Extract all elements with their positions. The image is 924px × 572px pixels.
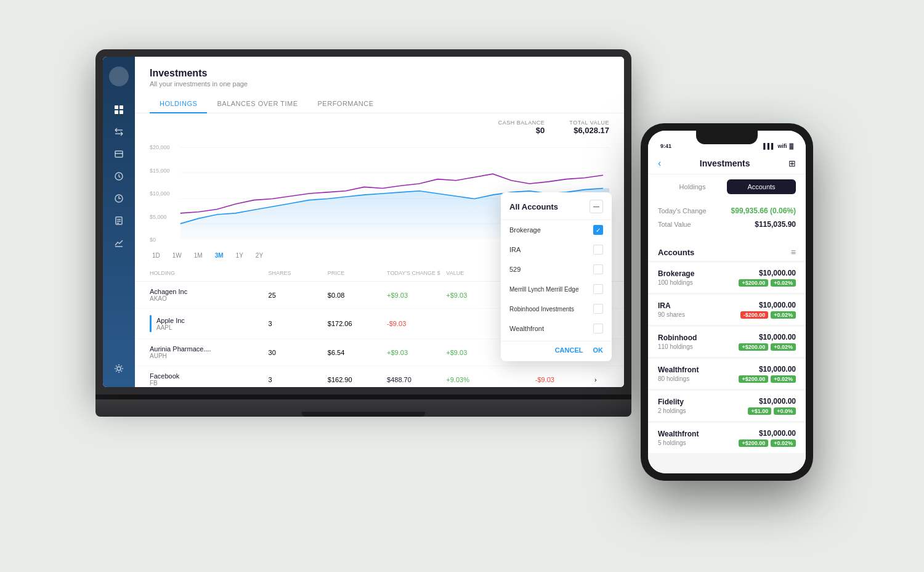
account-item-brokerage[interactable]: Brokerage 100 holdings $10,000.00 +$200.… bbox=[648, 263, 806, 293]
brokerage-label: Brokerage bbox=[509, 226, 541, 234]
phone-grid-icon[interactable]: ⊞ bbox=[788, 158, 796, 168]
phone-header: ‹ Investments ⊞ bbox=[648, 153, 806, 174]
y-label-2: $15,000 bbox=[150, 168, 170, 174]
main-content: Investments All your investments in one … bbox=[135, 57, 624, 387]
dropdown-item-robinhood[interactable]: Robinhood Investments bbox=[501, 299, 612, 319]
fidelity-name: Fidelity bbox=[658, 398, 686, 406]
ira-checkbox[interactable] bbox=[593, 245, 603, 255]
wealthfront1-badge1: +$200.00 bbox=[739, 375, 768, 383]
page-subtitle: All your investments in one page bbox=[150, 80, 609, 88]
svg-rect-0 bbox=[115, 105, 118, 109]
table-row[interactable]: Facebook FB 3 $162.90 $488.70 +9.03% -$9… bbox=[135, 366, 624, 387]
sidebar-icon-settings[interactable] bbox=[110, 360, 128, 377]
laptop-hinge bbox=[95, 394, 631, 399]
tab-holdings[interactable]: HOLDINGS bbox=[150, 95, 207, 113]
dropdown-item-brokerage[interactable]: Brokerage bbox=[501, 220, 612, 240]
phone-back-button[interactable]: ‹ bbox=[658, 158, 661, 169]
robinhood-badge1: +$200.00 bbox=[739, 343, 768, 351]
ira-badge2: +0.02% bbox=[771, 311, 796, 319]
change-facebook: $488.70 bbox=[387, 376, 446, 383]
phone-time: 9:41 bbox=[660, 143, 671, 149]
brokerage-checkbox[interactable] bbox=[593, 225, 603, 235]
holding-name-achagen: Achagen Inc AKAO bbox=[150, 288, 269, 302]
dropdown-header: All Accounts — bbox=[501, 192, 612, 220]
phone-accounts-title: Accounts bbox=[658, 248, 694, 257]
laptop: Investments All your investments in one … bbox=[95, 49, 631, 493]
y-label-1: $20,000 bbox=[150, 144, 170, 150]
phone-accounts-list: Brokerage 100 holdings $10,000.00 +$200.… bbox=[648, 261, 806, 473]
phone-body: 9:41 ▌▌▌ wifi ▓ ‹ Investments ⊞ Holdings… bbox=[641, 123, 813, 481]
dropdown-item-ira[interactable]: IRA bbox=[501, 240, 612, 259]
stats-bar: CASH BALANCE $0 TOTAL VALUE $6,028.17 bbox=[135, 113, 624, 141]
account-item-fidelity[interactable]: Fidelity 2 holdings $10,000.00 +$1.00 +0… bbox=[648, 391, 806, 421]
y-label-3: $10,000 bbox=[150, 190, 170, 197]
change-achagen: +$9.03 bbox=[387, 292, 446, 299]
robinhood-badges: +$200.00 +0.02% bbox=[739, 343, 796, 351]
brokerage-holdings: 100 holdings bbox=[658, 279, 694, 286]
wealthfront2-badge2: +0.02% bbox=[771, 439, 796, 447]
page-title: Investments bbox=[150, 68, 609, 79]
price-facebook: $162.90 bbox=[328, 376, 387, 383]
wealthfront2-badges: +$200.00 +0.02% bbox=[739, 439, 796, 447]
phone-tab-accounts[interactable]: Accounts bbox=[727, 179, 796, 194]
filter-1m[interactable]: 1M bbox=[192, 251, 205, 260]
sidebar-icon-dashboard[interactable] bbox=[110, 101, 128, 118]
fidelity-badge2: +0.0% bbox=[774, 407, 796, 415]
sidebar-icon-savings[interactable] bbox=[110, 168, 128, 185]
brokerage-name: Brokerage bbox=[658, 269, 694, 278]
529-checkbox[interactable] bbox=[593, 264, 603, 274]
filter-1d[interactable]: 1D bbox=[150, 251, 163, 260]
529-label: 529 bbox=[509, 266, 521, 273]
ira-label: IRA bbox=[509, 246, 521, 253]
robinhood-value: $10,000.00 bbox=[739, 333, 796, 341]
robinhood-checkbox[interactable] bbox=[593, 304, 603, 314]
filter-1y[interactable]: 1Y bbox=[233, 251, 246, 260]
filter-icon[interactable]: ≡ bbox=[791, 247, 796, 257]
sidebar-icon-chart[interactable] bbox=[110, 234, 128, 251]
dropdown-item-merrill[interactable]: Merrill Lynch Merrill Edge bbox=[501, 279, 612, 299]
dropdown-toggle[interactable]: — bbox=[590, 200, 603, 213]
tab-balances[interactable]: BALANCES OVER TIME bbox=[207, 95, 307, 113]
sidebar-icon-transfer[interactable] bbox=[110, 123, 128, 141]
account-item-ira[interactable]: IRA 90 shares $10,000.00 -$200.00 +0.02% bbox=[648, 295, 806, 325]
sidebar-icon-accounts[interactable] bbox=[110, 145, 128, 163]
wealthfront2-name: Wealthfront bbox=[658, 430, 699, 438]
brokerage-value: $10,000.00 bbox=[739, 269, 796, 277]
dropdown-item-wealthfront[interactable]: Wealthfront bbox=[501, 319, 612, 338]
dropdown-item-529[interactable]: 529 bbox=[501, 259, 612, 279]
filter-2y[interactable]: 2Y bbox=[253, 251, 265, 260]
laptop-screen: Investments All your investments in one … bbox=[103, 57, 624, 387]
total-value-value: $6,028.17 bbox=[569, 126, 609, 135]
account-item-wealthfront2[interactable]: Wealthfront 5 holdings $10,000.00 +$200.… bbox=[648, 423, 806, 453]
robinhood-label: Robinhood Investments bbox=[509, 306, 574, 313]
price-aurinia: $6.54 bbox=[328, 349, 387, 356]
account-item-robinhood[interactable]: Robinhood 110 holdings $10,000.00 +$200.… bbox=[648, 327, 806, 357]
sidebar-icon-reports[interactable] bbox=[110, 212, 128, 229]
svg-point-15 bbox=[117, 367, 121, 370]
phone: 9:41 ▌▌▌ wifi ▓ ‹ Investments ⊞ Holdings… bbox=[641, 123, 813, 481]
phone-stats: Today's Change $99,935.66 (0.06%) Total … bbox=[648, 199, 806, 241]
svg-rect-3 bbox=[120, 110, 123, 114]
merrill-checkbox[interactable] bbox=[593, 284, 603, 294]
account-item-wealthfront1[interactable]: Wealthfront 80 holdings $10,000.00 +$200… bbox=[648, 359, 806, 389]
wealthfront-label: Wealthfront bbox=[509, 325, 544, 332]
phone-tabs: Holdings Accounts bbox=[648, 174, 806, 199]
page-header: Investments All your investments in one … bbox=[135, 57, 624, 88]
sidebar-icon-history[interactable] bbox=[110, 190, 128, 207]
phone-tab-holdings[interactable]: Holdings bbox=[658, 179, 727, 194]
tab-performance[interactable]: PERFORMANCE bbox=[308, 95, 384, 113]
wealthfront-checkbox[interactable] bbox=[593, 324, 603, 333]
phone-section-header: Accounts ≡ bbox=[648, 241, 806, 261]
total-value-label: TOTAL VALUE bbox=[569, 120, 609, 126]
fidelity-holdings: 2 holdings bbox=[658, 407, 686, 414]
ok-button[interactable]: OK bbox=[593, 346, 604, 354]
svg-rect-2 bbox=[115, 110, 118, 114]
cancel-button[interactable]: CANCEL bbox=[555, 346, 583, 354]
sidebar bbox=[103, 57, 135, 387]
battery-icon: ▓ bbox=[789, 143, 793, 149]
wealthfront1-name: Wealthfront bbox=[658, 366, 699, 374]
filter-1w[interactable]: 1W bbox=[170, 251, 184, 260]
filter-3m[interactable]: 3M bbox=[213, 251, 226, 260]
holding-name-apple: Apple Inc AAPL bbox=[156, 317, 185, 331]
todays-change-value: $99,935.66 (0.06%) bbox=[731, 206, 796, 215]
